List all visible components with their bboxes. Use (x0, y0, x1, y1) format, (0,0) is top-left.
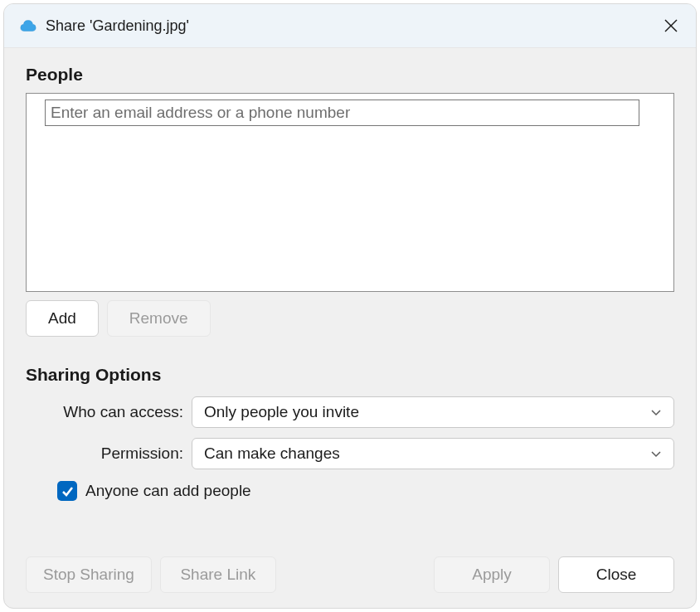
anyone-add-row: Anyone can add people (57, 481, 674, 501)
content-spacer (26, 501, 674, 542)
apply-button[interactable]: Apply (434, 556, 550, 593)
remove-button[interactable]: Remove (107, 300, 211, 337)
chevron-down-icon (650, 406, 662, 418)
stop-sharing-button[interactable]: Stop Sharing (26, 556, 152, 593)
close-icon (664, 18, 678, 33)
anyone-add-checkbox[interactable] (57, 481, 77, 501)
anyone-add-label: Anyone can add people (85, 482, 251, 500)
scrollbar-gutter (646, 100, 661, 285)
access-select-value: Only people you invite (204, 403, 650, 421)
titlebar: Share 'Gardening.jpg' (4, 4, 696, 48)
dialog-footer: Stop Sharing Share Link Apply Close (26, 542, 674, 593)
close-button[interactable]: Close (558, 556, 674, 593)
access-select[interactable]: Only people you invite (192, 396, 674, 428)
window-title: Share 'Gardening.jpg' (46, 17, 658, 35)
people-input-zone (45, 100, 639, 285)
people-button-row: Add Remove (26, 300, 674, 337)
cloud-icon (19, 17, 37, 35)
close-window-button[interactable] (658, 12, 684, 39)
people-listbox[interactable] (26, 93, 674, 292)
check-icon (61, 485, 74, 498)
share-dialog: Share 'Gardening.jpg' People Add Remove … (3, 3, 697, 609)
options-block: Who can access: Only people you invite P… (26, 393, 674, 501)
access-row: Who can access: Only people you invite (26, 396, 674, 428)
sharing-section-title: Sharing Options (26, 365, 674, 385)
email-input[interactable] (45, 100, 639, 126)
add-button[interactable]: Add (26, 300, 99, 337)
access-label: Who can access: (26, 403, 192, 421)
chevron-down-icon (650, 448, 662, 459)
permission-row: Permission: Can make changes (26, 438, 674, 469)
permission-select[interactable]: Can make changes (192, 438, 674, 469)
people-section-title: People (26, 65, 674, 85)
sharing-options-section: Sharing Options Who can access: Only peo… (26, 365, 674, 501)
dialog-content: People Add Remove Sharing Options Who ca… (4, 48, 696, 608)
share-link-button[interactable]: Share Link (160, 556, 276, 593)
footer-spacer (284, 556, 425, 593)
permission-label: Permission: (26, 444, 192, 463)
permission-select-value: Can make changes (204, 444, 650, 463)
